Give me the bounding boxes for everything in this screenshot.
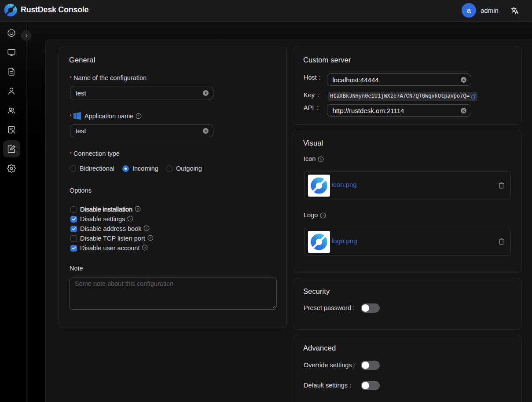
- svg-text:?: ?: [150, 236, 152, 240]
- svg-text:?: ?: [322, 213, 324, 217]
- svg-text:?: ?: [137, 207, 139, 211]
- svg-text:?: ?: [129, 216, 132, 220]
- svg-text:?: ?: [146, 226, 148, 230]
- svg-text:?: ?: [320, 157, 322, 161]
- svg-text:?: ?: [144, 245, 146, 249]
- svg-text:?: ?: [138, 114, 140, 118]
